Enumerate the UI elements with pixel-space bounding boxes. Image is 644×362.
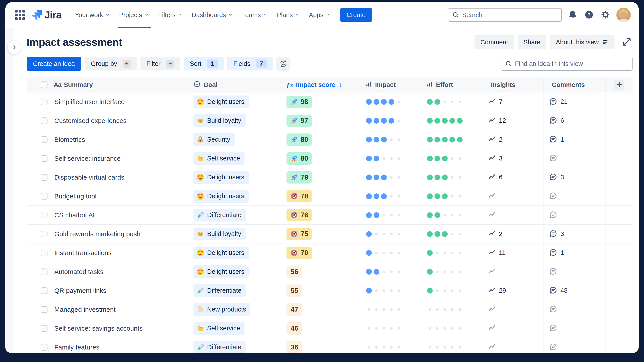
effort-cell[interactable] [421,168,483,186]
impact-score-badge[interactable]: 79 [286,171,312,183]
auto-formula-button[interactable]: A [276,57,290,71]
row-checkbox[interactable] [41,287,48,294]
nav-item-your-work[interactable]: Your work [70,2,114,28]
summary-cell[interactable]: Simplified user interface [27,92,188,111]
insights-cell[interactable] [483,319,544,338]
goal-cell[interactable]: Build loyalty [188,111,281,130]
summary-cell[interactable]: Family features [27,338,188,353]
sort-button[interactable]: Sort1 [184,57,224,70]
rating-dots[interactable] [426,306,464,313]
nav-item-teams[interactable]: Teams [238,2,272,28]
nav-item-dashboards[interactable]: Dashboards [187,2,237,28]
goal-badge[interactable]: New products [194,303,250,316]
goal-cell[interactable]: Security [188,130,281,149]
impact-cell[interactable] [360,92,421,111]
rating-dots[interactable] [365,98,402,106]
impact-cell[interactable] [360,281,421,300]
row-checkbox[interactable] [41,231,48,237]
goal-badge[interactable]: Build loyalty [194,228,246,240]
impact-score-cell[interactable]: 75 [281,225,360,243]
effort-cell[interactable] [421,338,483,353]
impact-score-cell[interactable]: 56 [281,262,360,281]
impact-score-badge[interactable]: 56 [286,266,302,278]
impact-score-badge[interactable]: 75 [286,228,312,240]
goal-cell[interactable]: ♥♥Delight users [188,243,281,262]
impact-cell[interactable] [360,187,421,205]
rating-dots[interactable] [426,268,464,276]
rating-dots[interactable] [426,136,464,143]
row-checkbox[interactable] [41,268,48,275]
rating-dots[interactable] [426,344,464,351]
impact-score-badge[interactable]: 78 [286,190,312,202]
column-header-summary[interactable]: AaSummary [27,77,188,92]
add-column-button[interactable] [614,80,624,90]
column-header-insights[interactable]: Insights [483,77,544,92]
impact-score-badge[interactable]: 80 [286,134,312,146]
column-header-goal[interactable]: Goal [188,77,281,92]
impact-score-cell[interactable]: 80 [281,149,360,168]
column-header-impact[interactable]: Impact [360,77,421,92]
rating-dots[interactable] [365,192,402,200]
fields-button[interactable]: Fields7 [227,57,272,70]
impact-cell[interactable] [360,206,421,224]
user-avatar[interactable] [616,8,631,22]
row-checkbox[interactable] [41,117,48,124]
insights-cell[interactable] [483,338,544,353]
help-button[interactable]: ? [584,10,594,20]
impact-score-badge[interactable]: 76 [286,209,312,221]
goal-badge[interactable]: ♥♥Delight users [194,246,249,259]
column-header-impact_score[interactable]: ƒxImpact score↓ [281,77,360,92]
impact-cell[interactable] [360,111,421,130]
collapsed-sidebar[interactable] [5,28,14,353]
impact-score-cell[interactable]: 80 [281,130,360,149]
effort-cell[interactable] [421,319,483,338]
table-row[interactable]: Gold rewards marketing pushBuild loyalty… [27,225,633,243]
comments-cell[interactable]: 6 [544,111,606,130]
comments-cell[interactable] [544,187,606,205]
row-checkbox[interactable] [41,193,48,199]
effort-cell[interactable] [421,225,483,243]
comments-cell[interactable] [544,206,606,224]
goal-badge[interactable]: ♥♥Delight users [194,190,249,203]
comments-cell[interactable] [544,300,606,319]
jira-logo[interactable]: Jira [31,9,62,21]
impact-score-cell[interactable]: 55 [281,281,360,300]
goal-badge[interactable]: Differentiate [194,341,246,354]
impact-cell[interactable] [360,225,421,243]
insights-cell[interactable] [483,206,544,224]
impact-score-badge[interactable]: 47 [286,303,302,316]
goal-badge[interactable]: Security [194,133,234,146]
rating-dots[interactable] [426,211,464,219]
row-checkbox[interactable] [41,325,48,332]
goal-cell[interactable]: ♥♥Delight users [188,187,281,205]
goal-badge[interactable]: Differentiate [194,284,246,297]
summary-cell[interactable]: Disposable virtual cards [27,168,188,186]
summary-cell[interactable]: Self service: insurance [27,149,188,168]
impact-score-cell[interactable]: 79 [281,168,360,186]
effort-cell[interactable] [421,130,483,149]
insights-cell[interactable] [483,262,544,281]
table-row[interactable]: Budgeting tool♥♥Delight users78 [27,187,633,206]
summary-cell[interactable]: Gold rewards marketing push [27,225,188,243]
goal-badge[interactable]: ♥♥Delight users [194,171,249,184]
row-checkbox[interactable] [41,344,48,351]
goal-badge[interactable]: Self service [194,322,244,335]
find-idea-input[interactable]: Find an idea in this view [501,57,632,71]
table-row[interactable]: Managed investmentNew products47 [27,300,633,319]
nav-item-apps[interactable]: Apps [304,2,335,28]
rating-dots[interactable] [365,306,402,313]
impact-cell[interactable] [360,243,421,262]
impact-score-badge[interactable]: 70 [286,247,312,259]
rating-dots[interactable] [365,174,402,181]
insights-cell[interactable]: 6 [483,168,544,186]
rating-dots[interactable] [426,287,464,294]
fullscreen-button[interactable] [621,36,632,48]
goal-cell[interactable]: Differentiate [188,206,281,224]
nav-item-projects[interactable]: Projects [114,2,154,28]
rating-dots[interactable] [365,211,402,219]
impact-score-cell[interactable]: 36 [281,338,360,353]
impact-score-cell[interactable]: 98 [281,92,360,111]
column-header-effort[interactable]: Effort [421,77,483,92]
row-checkbox[interactable] [41,250,48,256]
impact-score-cell[interactable]: 76 [281,206,360,224]
